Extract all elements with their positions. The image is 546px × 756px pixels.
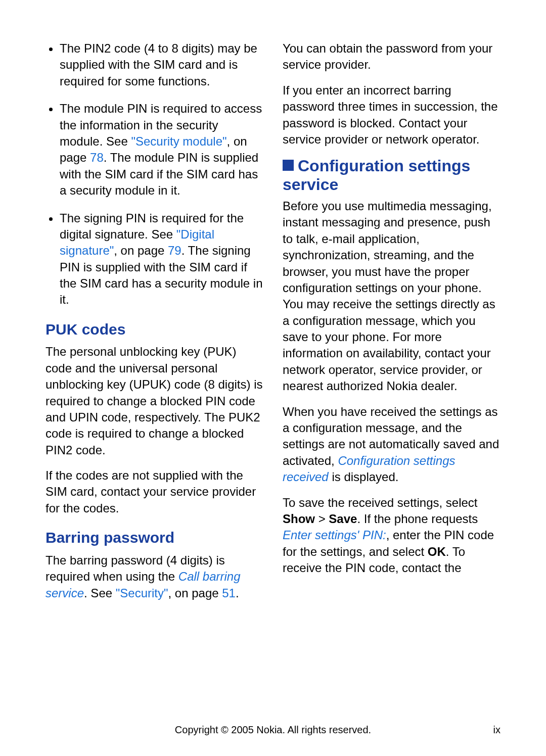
body-text: >: [315, 512, 329, 526]
heading-text: Configuration settings service: [283, 157, 470, 194]
body-text: . If the phone requests: [357, 512, 478, 526]
subheading-puk-codes: PUK codes: [46, 319, 263, 340]
crossref-link[interactable]: "Security module": [131, 134, 226, 148]
page-ref-link[interactable]: 79: [168, 244, 181, 257]
body-paragraph: If you enter an incorrect barring passwo…: [283, 82, 500, 148]
page-ref-link[interactable]: 51: [222, 586, 236, 600]
list-item: The signing PIN is required for the digi…: [60, 210, 263, 308]
page-ref-link[interactable]: 78: [90, 151, 104, 164]
subheading-barring-password: Barring password: [46, 528, 263, 548]
body-text: .: [236, 586, 239, 600]
document-page: The PIN2 code (4 to 8 digits) may be sup…: [0, 0, 546, 756]
body-paragraph: When you have received the settings as a…: [283, 404, 500, 486]
two-column-layout: The PIN2 code (4 to 8 digits) may be sup…: [46, 40, 500, 714]
body-text: The PIN2 code (4 to 8 digits) may be sup…: [60, 41, 257, 88]
body-text: To save the received settings, select: [283, 496, 478, 509]
body-paragraph: To save the received settings, select Sh…: [283, 495, 500, 577]
body-paragraph: The personal unblocking key (PUK) code a…: [46, 344, 263, 458]
ui-action: Save: [329, 512, 357, 526]
list-item: The module PIN is required to access the…: [60, 101, 263, 199]
body-paragraph: Before you use multimedia messaging, ins…: [283, 198, 500, 395]
body-paragraph: The barring password (4 digits) is requi…: [46, 552, 263, 601]
body-text: The signing PIN is required for the digi…: [60, 211, 244, 241]
body-text: , on page: [168, 586, 222, 600]
body-paragraph: If the codes are not supplied with the S…: [46, 467, 263, 516]
ui-action: OK: [428, 545, 446, 558]
ui-action: Show: [283, 512, 315, 526]
page-number: ix: [493, 724, 500, 736]
list-item: The PIN2 code (4 to 8 digits) may be sup…: [60, 40, 263, 89]
body-text: . See: [84, 586, 116, 600]
pin-codes-list: The PIN2 code (4 to 8 digits) may be sup…: [46, 40, 263, 308]
square-bullet-icon: [283, 160, 294, 171]
page-footer: Copyright © 2005 Nokia. All rights reser…: [46, 719, 500, 736]
heading-configuration-settings-service: Configuration settings service: [283, 157, 500, 194]
body-paragraph: You can obtain the password from your se…: [283, 40, 500, 73]
column-right: You can obtain the password from your se…: [283, 40, 500, 714]
column-left: The PIN2 code (4 to 8 digits) may be sup…: [46, 40, 263, 714]
ui-label: Enter settings' PIN:: [283, 528, 386, 542]
copyright-text: Copyright © 2005 Nokia. All rights reser…: [175, 724, 371, 736]
body-text: is displayed.: [329, 470, 399, 484]
crossref-link[interactable]: "Security": [116, 586, 168, 600]
body-text: , on page: [114, 244, 168, 257]
